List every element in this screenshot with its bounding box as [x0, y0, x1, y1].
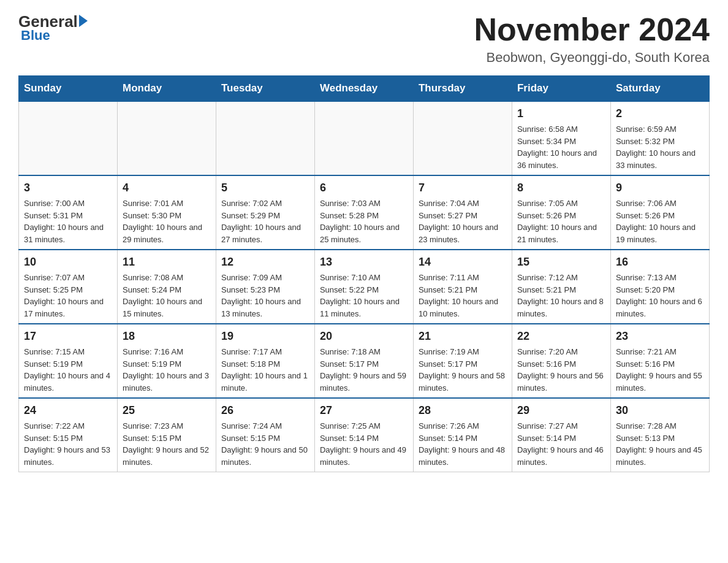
logo: General Blue	[18, 12, 88, 44]
calendar-week-row: 1Sunrise: 6:58 AM Sunset: 5:34 PM Daylig…	[19, 101, 710, 175]
day-number: 14	[419, 254, 507, 270]
day-number: 17	[24, 328, 112, 345]
calendar-cell	[117, 101, 216, 175]
day-info: Sunrise: 7:21 AM Sunset: 5:16 PM Dayligh…	[616, 346, 704, 394]
day-info: Sunrise: 7:13 AM Sunset: 5:20 PM Dayligh…	[616, 272, 704, 320]
day-number: 3	[24, 180, 112, 196]
day-number: 29	[517, 402, 605, 419]
day-number: 6	[320, 180, 408, 196]
day-info: Sunrise: 7:16 AM Sunset: 5:19 PM Dayligh…	[123, 346, 211, 394]
calendar-cell: 30Sunrise: 7:28 AM Sunset: 5:13 PM Dayli…	[610, 398, 709, 472]
calendar-cell: 11Sunrise: 7:08 AM Sunset: 5:24 PM Dayli…	[117, 250, 216, 324]
day-number: 11	[123, 254, 211, 270]
day-info: Sunrise: 7:03 AM Sunset: 5:28 PM Dayligh…	[320, 197, 408, 245]
calendar-cell: 14Sunrise: 7:11 AM Sunset: 5:21 PM Dayli…	[413, 250, 512, 324]
calendar-cell: 24Sunrise: 7:22 AM Sunset: 5:15 PM Dayli…	[19, 398, 118, 472]
day-info: Sunrise: 7:20 AM Sunset: 5:16 PM Dayligh…	[517, 346, 605, 394]
day-info: Sunrise: 7:09 AM Sunset: 5:23 PM Dayligh…	[221, 272, 309, 320]
day-number: 7	[419, 180, 507, 196]
calendar-cell: 26Sunrise: 7:24 AM Sunset: 5:15 PM Dayli…	[216, 398, 314, 472]
calendar-cell: 5Sunrise: 7:02 AM Sunset: 5:29 PM Daylig…	[216, 175, 314, 250]
calendar-cell: 29Sunrise: 7:27 AM Sunset: 5:14 PM Dayli…	[512, 398, 610, 472]
day-info: Sunrise: 7:18 AM Sunset: 5:17 PM Dayligh…	[320, 346, 408, 394]
calendar-cell	[19, 101, 118, 175]
calendar-cell: 1Sunrise: 6:58 AM Sunset: 5:34 PM Daylig…	[512, 101, 610, 175]
day-info: Sunrise: 7:00 AM Sunset: 5:31 PM Dayligh…	[24, 197, 112, 245]
day-info: Sunrise: 7:06 AM Sunset: 5:26 PM Dayligh…	[616, 197, 704, 245]
calendar-cell: 28Sunrise: 7:26 AM Sunset: 5:14 PM Dayli…	[413, 398, 512, 472]
calendar-title: November 2024	[474, 12, 710, 47]
calendar-cell: 13Sunrise: 7:10 AM Sunset: 5:22 PM Dayli…	[314, 250, 413, 324]
calendar-cell: 21Sunrise: 7:19 AM Sunset: 5:17 PM Dayli…	[413, 324, 512, 398]
day-info: Sunrise: 7:23 AM Sunset: 5:15 PM Dayligh…	[123, 420, 211, 468]
day-number: 27	[320, 402, 408, 419]
calendar-header-row: SundayMondayTuesdayWednesdayThursdayFrid…	[19, 76, 710, 102]
calendar-cell: 6Sunrise: 7:03 AM Sunset: 5:28 PM Daylig…	[314, 175, 413, 250]
day-number: 28	[419, 402, 507, 419]
calendar-week-row: 17Sunrise: 7:15 AM Sunset: 5:19 PM Dayli…	[19, 324, 710, 398]
calendar-cell	[216, 101, 314, 175]
day-info: Sunrise: 7:19 AM Sunset: 5:17 PM Dayligh…	[419, 346, 507, 394]
calendar-cell: 22Sunrise: 7:20 AM Sunset: 5:16 PM Dayli…	[512, 324, 610, 398]
day-info: Sunrise: 7:25 AM Sunset: 5:14 PM Dayligh…	[320, 420, 408, 468]
calendar-subtitle: Beobwon, Gyeonggi-do, South Korea	[474, 50, 710, 66]
day-info: Sunrise: 7:10 AM Sunset: 5:22 PM Dayligh…	[320, 272, 408, 320]
day-number: 4	[123, 180, 211, 196]
day-header-monday: Monday	[117, 76, 216, 102]
calendar-cell: 10Sunrise: 7:07 AM Sunset: 5:25 PM Dayli…	[19, 250, 118, 324]
day-info: Sunrise: 7:07 AM Sunset: 5:25 PM Dayligh…	[24, 272, 112, 320]
day-number: 30	[616, 402, 704, 419]
calendar-cell	[413, 101, 512, 175]
day-number: 10	[24, 254, 112, 270]
day-info: Sunrise: 7:17 AM Sunset: 5:18 PM Dayligh…	[221, 346, 309, 394]
day-info: Sunrise: 7:04 AM Sunset: 5:27 PM Dayligh…	[419, 197, 507, 245]
calendar-cell: 23Sunrise: 7:21 AM Sunset: 5:16 PM Dayli…	[610, 324, 709, 398]
day-header-saturday: Saturday	[610, 76, 709, 102]
logo-blue: Blue	[18, 28, 50, 44]
calendar-cell: 8Sunrise: 7:05 AM Sunset: 5:26 PM Daylig…	[512, 175, 610, 250]
day-header-wednesday: Wednesday	[314, 76, 413, 102]
day-info: Sunrise: 7:12 AM Sunset: 5:21 PM Dayligh…	[517, 272, 605, 320]
day-number: 16	[616, 254, 704, 270]
calendar-cell: 25Sunrise: 7:23 AM Sunset: 5:15 PM Dayli…	[117, 398, 216, 472]
calendar-table: SundayMondayTuesdayWednesdayThursdayFrid…	[18, 75, 710, 472]
day-number: 26	[221, 402, 309, 419]
logo-triangle-icon	[79, 15, 88, 27]
day-number: 21	[419, 328, 507, 345]
calendar-cell: 16Sunrise: 7:13 AM Sunset: 5:20 PM Dayli…	[610, 250, 709, 324]
calendar-week-row: 24Sunrise: 7:22 AM Sunset: 5:15 PM Dayli…	[19, 398, 710, 472]
day-info: Sunrise: 7:22 AM Sunset: 5:15 PM Dayligh…	[24, 420, 112, 468]
header-area: General Blue November 2024 Beobwon, Gyeo…	[18, 12, 710, 66]
calendar-week-row: 10Sunrise: 7:07 AM Sunset: 5:25 PM Dayli…	[19, 250, 710, 324]
day-info: Sunrise: 7:24 AM Sunset: 5:15 PM Dayligh…	[221, 420, 309, 468]
day-info: Sunrise: 7:01 AM Sunset: 5:30 PM Dayligh…	[123, 197, 211, 245]
day-number: 18	[123, 328, 211, 345]
day-info: Sunrise: 6:58 AM Sunset: 5:34 PM Dayligh…	[517, 123, 605, 171]
day-number: 24	[24, 402, 112, 419]
calendar-cell: 20Sunrise: 7:18 AM Sunset: 5:17 PM Dayli…	[314, 324, 413, 398]
calendar-cell: 4Sunrise: 7:01 AM Sunset: 5:30 PM Daylig…	[117, 175, 216, 250]
day-number: 12	[221, 254, 309, 270]
day-number: 20	[320, 328, 408, 345]
day-info: Sunrise: 6:59 AM Sunset: 5:32 PM Dayligh…	[616, 123, 704, 171]
day-number: 9	[616, 180, 704, 196]
calendar-cell: 2Sunrise: 6:59 AM Sunset: 5:32 PM Daylig…	[610, 101, 709, 175]
day-info: Sunrise: 7:02 AM Sunset: 5:29 PM Dayligh…	[221, 197, 309, 245]
day-info: Sunrise: 7:08 AM Sunset: 5:24 PM Dayligh…	[123, 272, 211, 320]
calendar-cell: 15Sunrise: 7:12 AM Sunset: 5:21 PM Dayli…	[512, 250, 610, 324]
title-area: November 2024 Beobwon, Gyeonggi-do, Sout…	[474, 12, 710, 66]
day-number: 15	[517, 254, 605, 270]
day-number: 25	[123, 402, 211, 419]
calendar-cell	[314, 101, 413, 175]
day-header-sunday: Sunday	[19, 76, 118, 102]
calendar-week-row: 3Sunrise: 7:00 AM Sunset: 5:31 PM Daylig…	[19, 175, 710, 250]
day-info: Sunrise: 7:27 AM Sunset: 5:14 PM Dayligh…	[517, 420, 605, 468]
day-info: Sunrise: 7:05 AM Sunset: 5:26 PM Dayligh…	[517, 197, 605, 245]
calendar-cell: 27Sunrise: 7:25 AM Sunset: 5:14 PM Dayli…	[314, 398, 413, 472]
calendar-cell: 12Sunrise: 7:09 AM Sunset: 5:23 PM Dayli…	[216, 250, 314, 324]
day-info: Sunrise: 7:26 AM Sunset: 5:14 PM Dayligh…	[419, 420, 507, 468]
day-info: Sunrise: 7:15 AM Sunset: 5:19 PM Dayligh…	[24, 346, 112, 394]
calendar-cell: 9Sunrise: 7:06 AM Sunset: 5:26 PM Daylig…	[610, 175, 709, 250]
day-number: 8	[517, 180, 605, 196]
day-number: 13	[320, 254, 408, 270]
